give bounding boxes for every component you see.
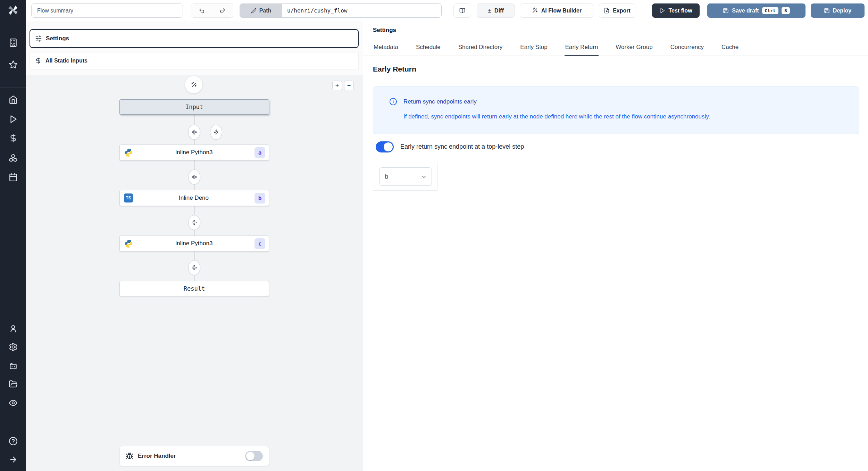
file-export-icon bbox=[604, 8, 610, 14]
test-flow-label: Test flow bbox=[668, 8, 692, 14]
early-return-step-select[interactable]: b bbox=[379, 167, 432, 186]
book-open-icon bbox=[459, 8, 465, 14]
undo-redo-group bbox=[191, 3, 233, 18]
save-draft-label: Save draft bbox=[732, 8, 759, 14]
node-result[interactable]: Result bbox=[119, 281, 269, 296]
sliders-icon bbox=[35, 35, 42, 42]
plus-minus-icon: ± bbox=[488, 7, 491, 14]
node-step-label: Inline Python3 bbox=[133, 240, 254, 247]
home-icon[interactable] bbox=[9, 95, 18, 104]
redo-button[interactable] bbox=[212, 4, 233, 17]
favorites-star-icon[interactable] bbox=[9, 60, 18, 69]
error-handler-toggle[interactable] bbox=[245, 451, 263, 461]
tab-concurrency[interactable]: Concurrency bbox=[670, 44, 704, 56]
node-step-a[interactable]: Inline Python3 a bbox=[119, 144, 269, 160]
save-icon bbox=[824, 8, 830, 14]
settings-gear-icon[interactable] bbox=[9, 342, 18, 352]
add-step-button[interactable] bbox=[188, 125, 200, 140]
redo-icon bbox=[219, 8, 226, 14]
collapse-arrow-right-icon[interactable] bbox=[9, 455, 18, 464]
editor-toolbar: Path ± Diff AI Flow Builder Export Test … bbox=[26, 0, 868, 21]
test-flow-button[interactable]: Test flow bbox=[652, 3, 700, 18]
zap-icon bbox=[213, 129, 219, 135]
plus-icon bbox=[191, 265, 197, 271]
path-edit-button[interactable]: Path bbox=[240, 4, 282, 17]
info-box-body: If defined, sync endpoints will return e… bbox=[403, 113, 710, 120]
flow-summary-input[interactable] bbox=[31, 3, 183, 18]
deploy-button[interactable]: Deploy bbox=[811, 3, 865, 18]
zoom-in-button[interactable]: + bbox=[332, 81, 342, 90]
info-box-title: Return sync endpoints early bbox=[403, 98, 477, 105]
tab-metadata[interactable]: Metadata bbox=[373, 44, 399, 56]
add-trigger-button[interactable] bbox=[210, 125, 222, 140]
python-icon bbox=[124, 148, 133, 157]
node-step-badge: c bbox=[254, 238, 265, 249]
diff-button[interactable]: ± Diff bbox=[477, 3, 515, 18]
plus-icon bbox=[191, 129, 197, 135]
folders-icon[interactable] bbox=[9, 380, 18, 389]
ai-flow-builder-button[interactable]: AI Flow Builder bbox=[520, 3, 593, 18]
user-icon[interactable] bbox=[9, 324, 18, 333]
tab-schedule[interactable]: Schedule bbox=[415, 44, 441, 56]
node-step-b[interactable]: TS Inline Deno b bbox=[119, 190, 269, 206]
windmill-logo-icon[interactable] bbox=[7, 4, 19, 17]
early-return-info-box: Return sync endpoints early If defined, … bbox=[373, 86, 859, 134]
app-sidebar bbox=[0, 0, 26, 471]
flow-settings-button[interactable]: Settings bbox=[30, 29, 359, 48]
dollar-icon bbox=[35, 57, 42, 64]
add-step-button[interactable] bbox=[188, 215, 200, 230]
tab-worker-group[interactable]: Worker Group bbox=[615, 44, 653, 56]
bug-icon bbox=[126, 452, 133, 460]
tab-shared-directory[interactable]: Shared Directory bbox=[458, 44, 503, 56]
node-input[interactable]: Input bbox=[119, 99, 269, 115]
node-step-badge: b bbox=[254, 193, 265, 204]
path-label: Path bbox=[259, 8, 272, 14]
graph-ai-wand-button[interactable] bbox=[185, 76, 202, 93]
schedules-calendar-icon[interactable] bbox=[9, 173, 18, 182]
toggle-knob bbox=[246, 452, 254, 460]
early-return-heading: Early Return bbox=[373, 65, 416, 73]
error-handler-label: Error Handler bbox=[138, 453, 241, 460]
all-static-inputs-button[interactable]: All Static Inputs bbox=[30, 52, 359, 69]
help-icon[interactable] bbox=[9, 437, 18, 446]
shortcut-ctrl-badge: Ctrl bbox=[762, 7, 778, 14]
early-return-toggle[interactable] bbox=[376, 141, 394, 152]
early-return-toggle-row: Early return sync endpoint at a top-leve… bbox=[376, 141, 524, 152]
flow-graph-canvas[interactable]: + − Input Inline Python3 a TS Inline Den… bbox=[26, 75, 363, 471]
tab-cache[interactable]: Cache bbox=[721, 44, 739, 56]
runs-play-icon[interactable] bbox=[9, 115, 18, 124]
sidebar-divider bbox=[0, 88, 26, 88]
deploy-label: Deploy bbox=[833, 8, 851, 14]
flow-settings-label: Settings bbox=[46, 35, 69, 42]
workspace-building-icon[interactable] bbox=[9, 38, 18, 47]
zoom-out-button[interactable]: − bbox=[344, 81, 354, 90]
toggle-knob bbox=[384, 142, 393, 151]
docs-button[interactable] bbox=[453, 3, 471, 18]
tab-early-return[interactable]: Early Return bbox=[565, 44, 599, 56]
chevron-down-icon bbox=[421, 174, 427, 180]
play-icon bbox=[659, 8, 665, 14]
save-draft-button[interactable]: Save draft Ctrl S bbox=[707, 3, 806, 18]
shortcut-s-badge: S bbox=[782, 7, 790, 14]
undo-button[interactable] bbox=[191, 4, 212, 17]
step-select-container: b bbox=[373, 162, 437, 191]
add-step-button[interactable] bbox=[188, 260, 200, 275]
undo-icon bbox=[199, 8, 205, 14]
add-step-button[interactable] bbox=[188, 170, 200, 184]
ai-bot-icon[interactable] bbox=[9, 361, 18, 370]
path-input[interactable] bbox=[282, 4, 441, 17]
save-icon bbox=[723, 8, 729, 14]
python-icon bbox=[124, 239, 133, 248]
path-field-group: Path bbox=[240, 3, 442, 18]
flow-graph-panel: Settings All Static Inputs + − Input Inl… bbox=[26, 21, 363, 471]
node-step-badge: a bbox=[254, 147, 265, 158]
tab-early-stop[interactable]: Early Stop bbox=[519, 44, 548, 56]
settings-panel: Settings Metadata Schedule Shared Direct… bbox=[363, 21, 868, 471]
resources-boxes-icon[interactable] bbox=[9, 154, 18, 163]
node-step-c[interactable]: Inline Python3 c bbox=[119, 236, 269, 251]
export-button[interactable]: Export bbox=[599, 3, 635, 18]
error-handler-box[interactable]: Error Handler bbox=[119, 446, 269, 466]
settings-tabs: Metadata Schedule Shared Directory Early… bbox=[363, 39, 868, 56]
audit-eye-icon[interactable] bbox=[9, 398, 18, 407]
variables-dollar-icon[interactable] bbox=[9, 134, 18, 143]
